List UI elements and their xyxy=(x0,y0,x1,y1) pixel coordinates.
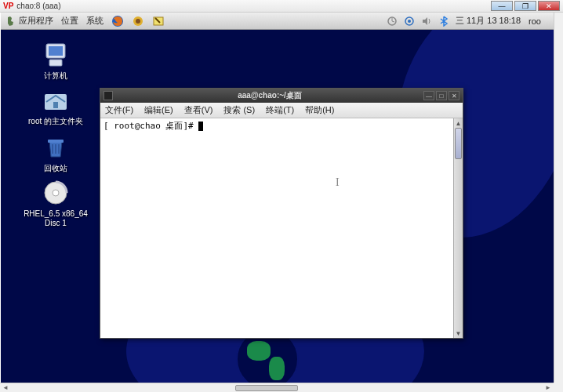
menu-edit[interactable]: 编辑(E) xyxy=(144,104,173,116)
terminal-title: aaa@chao:~/桌面 xyxy=(118,90,422,101)
remote-desktop-viewport: 应用程序 位置 系统 三 11月 13 18:18 roo xyxy=(1,13,554,383)
launcher-3[interactable] xyxy=(152,15,165,27)
tray-icon-1[interactable] xyxy=(387,16,398,27)
panel-clock[interactable]: 三 11月 13 18:18 xyxy=(456,15,521,27)
home-folder-icon xyxy=(42,86,70,114)
user-menu[interactable]: roo xyxy=(528,16,541,26)
minimize-button[interactable]: — xyxy=(491,1,513,11)
scroll-thumb[interactable] xyxy=(235,385,298,391)
window-controls: — ❐ ✕ xyxy=(491,1,560,11)
bluetooth-icon[interactable] xyxy=(438,16,449,27)
icon-label: 计算机 xyxy=(44,71,67,81)
icon-label: RHEL_6.5 x86_64 Disc 1 xyxy=(24,209,88,228)
desktop-area[interactable]: 计算机 root 的主文件夹 回收站 RHEL_6.5 x86_64 Disc … xyxy=(1,30,554,383)
system-menu[interactable]: 系统 xyxy=(86,15,104,27)
menu-search[interactable]: 搜索 (S) xyxy=(223,104,255,116)
scroll-right-arrow[interactable]: ► xyxy=(543,384,554,392)
close-button[interactable]: ✕ xyxy=(538,1,560,11)
apps-label: 应用程序 xyxy=(19,15,53,27)
icon-label: 回收站 xyxy=(44,164,67,173)
terminal-content[interactable]: [ root@chao 桌面]# I xyxy=(100,118,453,338)
vnc-logo: VP xyxy=(3,2,13,10)
scroll-left-arrow[interactable]: ◄ xyxy=(0,384,11,392)
svg-point-2 xyxy=(136,19,140,24)
shell-prompt: [ root@chao 桌面]# xyxy=(104,121,198,131)
svg-rect-9 xyxy=(49,60,62,66)
svg-rect-12 xyxy=(48,140,64,143)
terminal-titlebar[interactable]: aaa@chao:~/桌面 — □ ✕ xyxy=(100,89,463,103)
trash-icon xyxy=(42,133,70,162)
scroll-up-arrow[interactable]: ▲ xyxy=(454,118,463,128)
disc-icon xyxy=(42,179,70,207)
app-icon xyxy=(132,15,144,27)
desktop-icon-trash[interactable]: 回收站 xyxy=(24,133,87,173)
vnc-title: chao:8 (aaa) xyxy=(16,2,491,10)
menu-view[interactable]: 查看(V) xyxy=(184,104,213,116)
maximize-button[interactable]: ❐ xyxy=(514,1,536,11)
scroll-corner xyxy=(554,383,563,392)
desktop-icon-computer[interactable]: 计算机 xyxy=(24,41,87,81)
term-maximize-button[interactable]: □ xyxy=(436,91,447,100)
note-icon xyxy=(152,15,165,27)
launcher-2[interactable] xyxy=(132,15,144,27)
terminal-menubar: 文件(F) 编辑(E) 查看(V) 搜索 (S) 终端(T) 帮助(H) xyxy=(100,103,463,118)
desktop-icon-disc[interactable]: RHEL_6.5 x86_64 Disc 1 xyxy=(16,179,95,228)
computer-icon xyxy=(42,41,70,69)
scroll-thumb[interactable] xyxy=(455,128,462,159)
text-cursor xyxy=(198,122,203,131)
apps-menu[interactable]: 应用程序 xyxy=(5,15,53,27)
viewer-scrollbar-vertical[interactable] xyxy=(554,13,563,383)
terminal-window: aaa@chao:~/桌面 — □ ✕ 文件(F) 编辑(E) 查看(V) 搜索… xyxy=(100,88,463,339)
scroll-down-arrow[interactable]: ▼ xyxy=(454,328,463,338)
svg-point-14 xyxy=(53,190,59,196)
places-menu[interactable]: 位置 xyxy=(61,15,78,27)
svg-point-6 xyxy=(408,20,411,23)
volume-icon[interactable] xyxy=(421,16,432,27)
term-close-button[interactable]: ✕ xyxy=(449,91,459,100)
desktop-icon-home[interactable]: root 的主文件夹 xyxy=(24,86,87,126)
mouse-ibeam-cursor: I xyxy=(336,176,340,189)
icon-label: root 的主文件夹 xyxy=(28,117,83,126)
terminal-body: [ root@chao 桌面]# I ▲ ▼ xyxy=(100,118,463,338)
firefox-icon xyxy=(111,15,124,27)
viewer-scrollbar-horizontal[interactable]: ◄ ► xyxy=(0,383,554,392)
system-tray xyxy=(387,16,449,27)
term-minimize-button[interactable]: — xyxy=(423,91,434,100)
menu-terminal[interactable]: 终端(T) xyxy=(266,104,294,116)
firefox-launcher[interactable] xyxy=(111,15,124,27)
gnome-top-panel: 应用程序 位置 系统 三 11月 13 18:18 roo xyxy=(1,13,554,30)
menu-help[interactable]: 帮助(H) xyxy=(305,104,334,116)
terminal-scrollbar[interactable]: ▲ ▼ xyxy=(453,118,463,338)
foot-icon xyxy=(5,16,16,27)
svg-rect-11 xyxy=(53,102,58,108)
vnc-titlebar: VP chao:8 (aaa) — ❐ ✕ xyxy=(0,0,563,13)
terminal-icon xyxy=(104,91,113,100)
svg-rect-8 xyxy=(49,46,63,56)
menu-file[interactable]: 文件(F) xyxy=(105,104,133,116)
tray-icon-2[interactable] xyxy=(404,16,415,27)
